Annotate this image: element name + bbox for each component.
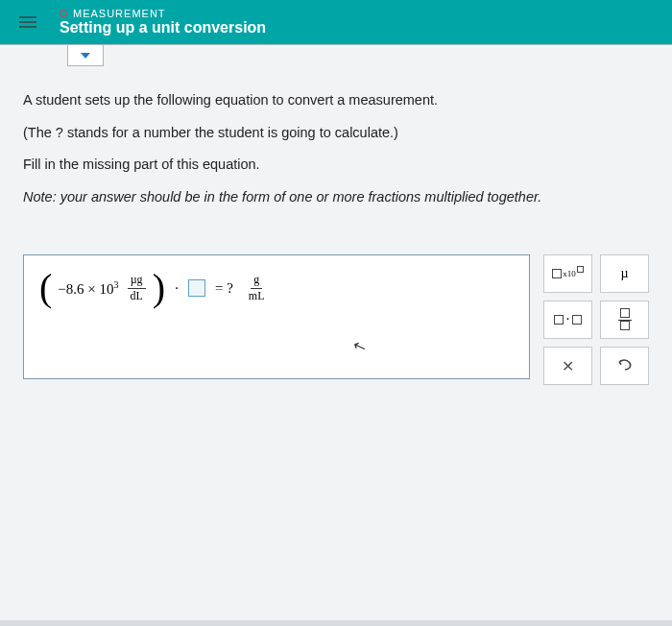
left-frac-num: µg [128, 274, 146, 289]
toolbox: x10 µ · ✕ [543, 254, 649, 385]
status-dot-icon [60, 10, 67, 17]
placeholder-box-icon [620, 321, 630, 330]
multiply-dot: · [169, 280, 184, 297]
right-fraction: g mL [243, 274, 271, 303]
coef-exp: 3 [114, 279, 119, 290]
tool-undo[interactable] [600, 347, 649, 385]
breadcrumb: MEASUREMENT [60, 8, 266, 19]
tool-sci-sub: x10 [563, 269, 576, 278]
content-area: A student sets up the following equation… [0, 44, 672, 620]
note-text: your answer should be in the form of one… [57, 189, 542, 205]
question-line-1: A student sets up the following equation… [23, 87, 649, 114]
left-fraction: µg dL [125, 274, 149, 303]
answer-box[interactable]: ( −8.6 × 103 µg dL ) · = ? g mL ↖ [23, 254, 530, 379]
tool-mu[interactable]: µ [600, 254, 649, 293]
placeholder-box-icon [554, 315, 564, 325]
tool-fraction[interactable] [600, 301, 649, 339]
undo-icon [616, 355, 634, 376]
breadcrumb-label: MEASUREMENT [73, 8, 166, 19]
question-note: Note: your answer should be in the form … [23, 184, 649, 211]
equation: ( −8.6 × 103 µg dL ) · = ? g mL [39, 269, 514, 307]
question-text: A student sets up the following equation… [0, 45, 672, 235]
chevron-down-icon [81, 53, 90, 59]
coefficient: −8.6 × 103 [56, 279, 120, 298]
tool-scientific-notation[interactable]: x10 [543, 254, 592, 293]
page-title: Setting up a unit conversion [60, 19, 266, 36]
coef-base: −8.6 × 10 [58, 281, 113, 297]
right-frac-num: g [251, 274, 262, 289]
placeholder-box-icon [620, 308, 630, 318]
placeholder-sup-box-icon [577, 266, 584, 273]
tool-clear[interactable]: ✕ [543, 347, 592, 385]
menu-icon[interactable] [15, 12, 40, 32]
left-paren: ( [39, 269, 52, 307]
top-bar: MEASUREMENT Setting up a unit conversion [0, 0, 672, 44]
right-frac-den: mL [246, 289, 268, 303]
placeholder-box-icon [552, 269, 562, 278]
tool-multiply[interactable]: · [543, 301, 592, 339]
left-frac-den: dL [128, 289, 146, 303]
answer-input-slot[interactable] [188, 279, 205, 297]
tool-dot-op: · [566, 312, 570, 327]
right-paren: ) [153, 269, 165, 307]
expand-toggle[interactable] [67, 45, 104, 66]
answer-row: ( −8.6 × 103 µg dL ) · = ? g mL ↖ [23, 254, 649, 385]
equals-text: = ? [209, 280, 239, 297]
tool-mu-label: µ [620, 266, 628, 281]
question-line-2: (The ? stands for a number the student i… [23, 120, 649, 147]
cursor-icon: ↖ [350, 336, 369, 357]
close-icon: ✕ [562, 357, 574, 375]
placeholder-box-icon [572, 315, 582, 325]
note-label: Note: [23, 189, 57, 205]
question-line-3: Fill in the missing part of this equatio… [23, 152, 649, 179]
